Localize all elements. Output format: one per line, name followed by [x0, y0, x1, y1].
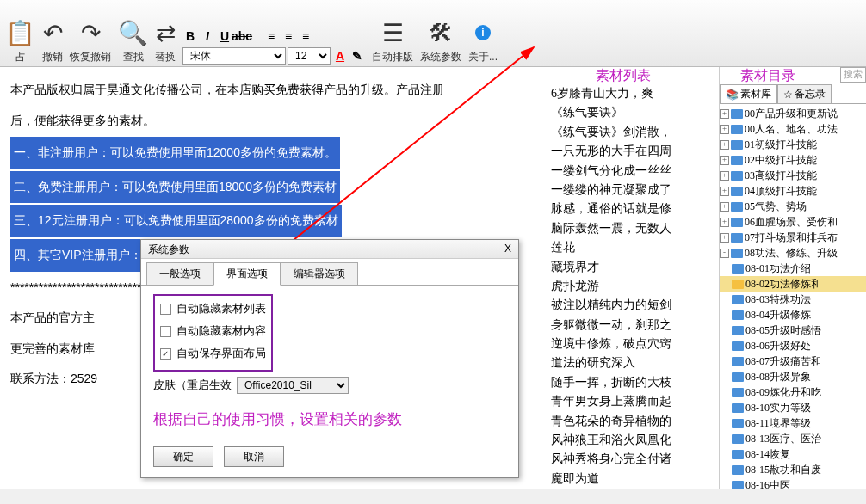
underline-button[interactable]: U [217, 28, 232, 44]
expand-icon[interactable]: - [720, 249, 729, 258]
list-item[interactable]: 风神秀将身心完全付诸 [551, 450, 715, 469]
tree-item[interactable]: 08-10实力等级 [720, 400, 866, 415]
tree-item[interactable]: -08功法、修练、升级 [720, 245, 866, 261]
list-item[interactable]: 《练气要诀》剑消散， [551, 123, 715, 142]
align-center-button[interactable]: ≡ [281, 28, 296, 44]
tree-item[interactable]: 08-07升级痛苦和 [720, 353, 866, 369]
tree-item[interactable]: +03高级打斗技能 [720, 168, 866, 183]
expand-icon[interactable]: + [720, 171, 729, 181]
undo-button[interactable]: ↶撤销 [42, 17, 63, 65]
tree-item[interactable]: 08-15散功和自废 [720, 462, 866, 477]
tree-item[interactable]: 08-11境界等级 [720, 415, 866, 431]
expand-icon[interactable]: + [720, 187, 729, 196]
tree-item[interactable]: +05气势、势场 [720, 199, 866, 214]
expand-icon[interactable]: + [720, 140, 729, 150]
tree-item[interactable]: 08-01功法介绍 [720, 261, 866, 276]
list-item[interactable]: 身躯微微一动，刹那之 [551, 316, 715, 335]
tree-item[interactable]: 08-08升级异象 [720, 369, 866, 384]
expand-icon[interactable]: + [720, 109, 729, 119]
list-item[interactable]: 随手一挥，折断的大枝 [551, 373, 715, 392]
editor-bullet: 二、免费注册用户：可以免费使用里面18000多份的免费素材 [10, 171, 340, 204]
chk-hide-list[interactable] [160, 304, 171, 315]
tree-item[interactable]: 08-13医疗、医治 [720, 431, 866, 446]
tab-material-lib[interactable]: 📚素材库 [720, 84, 777, 103]
list-item[interactable]: 道法的研究深入 [551, 353, 715, 372]
tree-body[interactable]: +00产品升级和更新说+00人名、地名、功法+01初级打斗技能+02中级打斗技能… [720, 104, 866, 504]
search-input[interactable]: 搜索 [840, 67, 866, 83]
redo-button[interactable]: ↷恢复撤销 [70, 17, 111, 65]
list-item[interactable]: 魔即为道 [551, 470, 715, 489]
replace-button[interactable]: ⇄替换 [155, 17, 176, 65]
tree-item[interactable]: 08-14恢复 [720, 446, 866, 462]
tab-ui[interactable]: 界面选项 [213, 262, 281, 286]
expand-icon[interactable]: + [720, 233, 729, 243]
tree-item[interactable]: +00产品升级和更新说 [720, 106, 866, 121]
bold-button[interactable]: B [182, 28, 198, 44]
tree-item[interactable]: 08-09炼化丹和吃 [720, 384, 866, 400]
material-tree-label: 素材目录 [696, 67, 840, 84]
folder-icon [731, 202, 743, 212]
folder-icon [732, 465, 744, 475]
ok-button[interactable]: 确定 [153, 446, 213, 467]
close-icon[interactable]: X [504, 243, 511, 255]
tree-item[interactable]: 08-05升级时感悟 [720, 323, 866, 338]
tab-editor[interactable]: 编辑器选项 [281, 262, 358, 286]
tree-item[interactable]: +06血腥场景、受伤和 [720, 214, 866, 230]
font-color-button[interactable]: A [332, 48, 348, 64]
align-left-button[interactable]: ≡ [263, 28, 279, 44]
chk-hide-content[interactable] [160, 326, 171, 337]
tree-item[interactable]: 08-04升级修炼 [720, 307, 866, 323]
folder-icon [732, 326, 744, 335]
list-item[interactable]: 脉感，通俗的话就是修 [551, 200, 715, 218]
list-item[interactable]: 青色花朵的奇异植物的 [551, 412, 715, 431]
list-item[interactable]: 青年男女身上蒸腾而起 [551, 392, 715, 411]
list-item[interactable]: 一缕缕的神元凝聚成了 [551, 181, 715, 200]
folder-icon [732, 403, 744, 413]
tab-general[interactable]: 一般选项 [146, 262, 213, 286]
list-item[interactable]: 虎扑龙游 [551, 277, 715, 296]
tree-item[interactable]: 08-06升级好处 [720, 338, 866, 353]
strike-button[interactable]: abc [234, 28, 250, 44]
cancel-button[interactable]: 取消 [224, 446, 284, 467]
skin-select[interactable]: Office2010_Sil [237, 377, 349, 394]
tree-item[interactable]: +01初级打斗技能 [720, 137, 866, 152]
list-item[interactable]: 被注以精纯内力的短剑 [551, 296, 715, 315]
tab-memo[interactable]: ☆备忘录 [777, 84, 832, 103]
tree-item[interactable]: 08-02功法修炼和 [720, 276, 866, 292]
chk-save-layout[interactable] [160, 348, 171, 360]
folder-icon [732, 372, 744, 382]
tree-item[interactable]: +04顶级打斗技能 [720, 183, 866, 199]
find-button[interactable]: 🔍查找 [118, 17, 148, 65]
tree-item[interactable]: +07打斗场景和排兵布 [720, 230, 866, 245]
fontsize-select[interactable]: 12 [288, 47, 331, 65]
highlight-button[interactable]: ✎ [349, 48, 365, 64]
tree-item[interactable]: +00人名、地名、功法 [720, 121, 866, 137]
dialog-titlebar[interactable]: 系统参数 X [141, 240, 518, 259]
expand-icon[interactable]: + [720, 156, 729, 165]
align-right-button[interactable]: ≡ [298, 28, 313, 44]
expand-icon[interactable]: + [720, 202, 729, 212]
folder-icon [731, 249, 743, 258]
italic-button[interactable]: I [200, 28, 215, 44]
tree-item[interactable]: +02中级打斗技能 [720, 152, 866, 168]
about-button[interactable]: i关于... [468, 17, 498, 65]
folder-icon [732, 434, 744, 444]
list-item[interactable]: 脑际轰然一震，无数人 [551, 219, 715, 238]
system-params-button[interactable]: 🛠系统参数 [420, 17, 461, 65]
expand-icon[interactable]: + [720, 125, 729, 134]
list-item[interactable]: 一只无形的大手在四周 [551, 142, 715, 161]
list-item[interactable]: 一缕剑气分化成一丝丝 [551, 162, 715, 181]
auto-layout-button[interactable]: ☰自动排版 [372, 17, 413, 65]
list-item[interactable]: 逆境中修炼，破点穴窍 [551, 335, 715, 353]
font-select[interactable]: 宋体 [182, 47, 286, 65]
paste-button[interactable]: 📋占 [5, 17, 35, 65]
list-item[interactable]: 藏境界才 [551, 258, 715, 277]
list-item[interactable]: 莲花 [551, 238, 715, 257]
list-item[interactable]: 6岁膝青山大力，爽 [551, 84, 715, 103]
material-list[interactable]: 6岁膝青山大力，爽《练气要诀》《练气要诀》剑消散，一只无形的大手在四周一缕剑气分… [547, 67, 720, 504]
list-item[interactable]: 风神狼王和浴火凤凰化 [551, 431, 715, 450]
list-item[interactable]: 《练气要诀》 [551, 103, 715, 122]
tree-item[interactable]: 08-03特殊功法 [720, 292, 866, 307]
expand-icon[interactable]: + [720, 218, 729, 227]
editor-bullet: 一、非注册用户：可以免费使用里面12000多份的免费素材。 [10, 137, 340, 169]
